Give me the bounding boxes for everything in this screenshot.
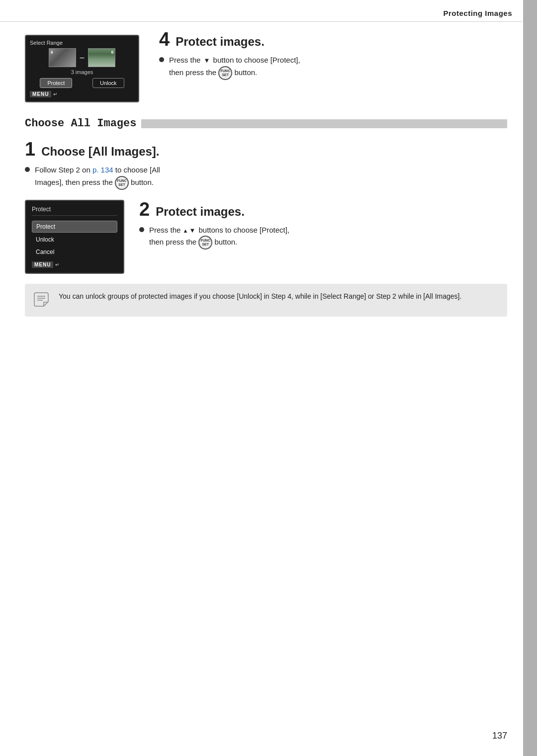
left-thumb: 4 [49, 48, 76, 67]
note-icon [34, 292, 52, 310]
dash: – [80, 53, 85, 62]
step-4-content: 4 Protect images. Press the ▼ button to … [159, 30, 507, 80]
section-divider: Choose All Images [25, 117, 507, 130]
step-1-content: 1 Choose [All Images]. Follow Step 2 on … [25, 140, 507, 190]
menu-label: MENU [30, 91, 51, 97]
section-title: Choose All Images [25, 117, 136, 130]
note-box: You can unlock groups of protected image… [25, 284, 507, 317]
return-arrow-2: ↵ [55, 262, 59, 267]
step-1-number: 1 [25, 140, 35, 159]
menu-label-2: MENU [32, 261, 53, 268]
right-thumb: 6 [88, 48, 115, 67]
func-set-button-1: FUNCSET [115, 176, 129, 190]
divider-line [141, 119, 507, 128]
note-text: You can unlock groups of protected image… [59, 291, 461, 302]
menu-bar: MENU ↵ [30, 91, 134, 97]
step-4-section: Select Range 4 – 6 3 images Protect Unlo… [25, 30, 507, 102]
step-1-row: 1 Choose [All Images]. Follow Step 2 on … [25, 140, 507, 190]
menu-bar-2: MENU ↵ [32, 261, 117, 268]
menu-protect: Protect [32, 221, 117, 233]
main-content: Select Range 4 – 6 3 images Protect Unlo… [25, 30, 507, 317]
right-num: 6 [111, 50, 113, 55]
down-arrow-icon: ▼ [204, 56, 210, 66]
page-link[interactable]: p. 134 [92, 166, 113, 174]
step-2-title: Protect images. [156, 205, 245, 219]
bullet-dot [159, 57, 164, 62]
step-4-screen: Select Range 4 – 6 3 images Protect Unlo… [25, 35, 139, 102]
sidebar-bar [523, 0, 537, 756]
step-2-header: 2 Protect images. [139, 200, 507, 219]
page-header: Protecting Images [0, 0, 522, 22]
step-2-content: 2 Protect images. Press the ▲▼ buttons t… [139, 200, 507, 250]
func-set-button: FUNCSET [218, 66, 232, 80]
return-arrow: ↵ [53, 91, 57, 97]
menu-cancel: Cancel [32, 247, 117, 257]
step-2-row: Protect Protect Unlock Cancel MENU ↵ 2 P… [25, 200, 507, 274]
protect-screen: Protect Protect Unlock Cancel MENU ↵ [25, 200, 124, 274]
step-4-title: Protect images. [176, 35, 265, 49]
step-4-header: 4 Protect images. [159, 30, 507, 49]
left-num: 4 [51, 50, 53, 55]
step-1-bullet-text: Follow Step 2 on p. 134 to choose [All I… [35, 165, 160, 190]
step-4-number: 4 [159, 30, 170, 49]
select-range-screen: Select Range 4 – 6 3 images Protect Unlo… [25, 35, 139, 102]
images-row: 4 – 6 [30, 48, 134, 67]
screen-2-title: Protect [32, 206, 117, 216]
images-count: 3 images [30, 69, 134, 75]
up-arrow-icon: ▲ [183, 227, 188, 233]
step-2-screen-container: Protect Protect Unlock Cancel MENU ↵ [25, 200, 124, 274]
down-arrow-icon-2: ▼ [189, 226, 195, 236]
bullet-dot-2 [139, 227, 144, 232]
bullet-dot-1 [25, 167, 30, 172]
step-1-title: Choose [All Images]. [41, 145, 159, 159]
step-1-header: 1 Choose [All Images]. [25, 140, 507, 159]
unlock-btn: Unlock [92, 78, 124, 88]
screen-title: Select Range [30, 40, 134, 46]
step-4-bullet: Press the ▼ button to choose [Protect], … [159, 55, 507, 80]
protect-btn: Protect [40, 78, 72, 88]
page-number: 137 [492, 731, 507, 741]
step-2-bullet-text: Press the ▲▼ buttons to choose [Protect]… [149, 225, 289, 250]
step-2-number: 2 [139, 200, 150, 219]
page-title: Protecting Images [443, 9, 512, 17]
step-1-bullet: Follow Step 2 on p. 134 to choose [All I… [25, 165, 507, 190]
screen-buttons: Protect Unlock [30, 78, 134, 88]
step-2-bullet: Press the ▲▼ buttons to choose [Protect]… [139, 225, 507, 250]
func-set-button-2: FUNCSET [198, 236, 212, 250]
menu-unlock: Unlock [32, 234, 117, 245]
step-4-bullet-text: Press the ▼ button to choose [Protect], … [169, 55, 300, 80]
